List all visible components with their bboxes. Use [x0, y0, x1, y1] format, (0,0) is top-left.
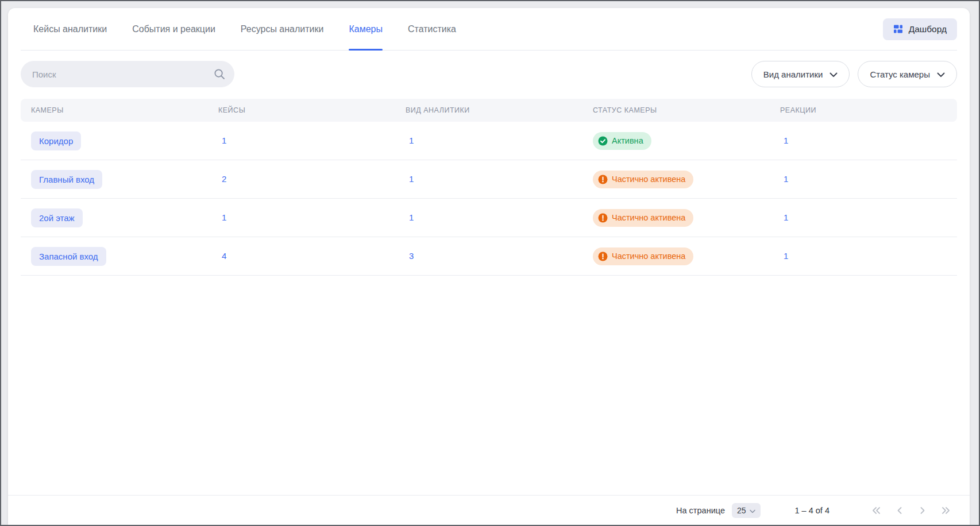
status-badge: Активна: [593, 132, 651, 150]
filters: Вид аналитики Статус камеры: [751, 61, 957, 87]
column-header-analytics-type: Вид аналитики: [395, 106, 582, 114]
status-label: Активна: [612, 136, 643, 145]
cases-count-link[interactable]: 2: [218, 174, 226, 184]
exclamation-circle-icon: [598, 252, 608, 261]
filter-label: Статус камеры: [870, 69, 930, 79]
exclamation-circle-icon: [598, 175, 608, 184]
table-body: Коридор 1 1 Активна 1 Главный вход 2 1: [21, 122, 957, 276]
next-page-button[interactable]: [916, 504, 929, 517]
prev-page-button[interactable]: [893, 504, 906, 517]
column-header-cameras: Камеры: [21, 106, 208, 114]
column-header-reactions: Реакции: [770, 106, 957, 114]
reactions-count-link[interactable]: 1: [780, 251, 788, 261]
tab-analytics-resources[interactable]: Ресурсы аналитики: [241, 8, 324, 50]
table-row: Запасной вход 4 3 Частично активена 1: [21, 237, 957, 276]
table-row: Коридор 1 1 Активна 1: [21, 122, 957, 160]
status-badge: Частично активена: [593, 209, 693, 227]
per-page-select[interactable]: 25: [732, 503, 761, 518]
analytics-count-link[interactable]: 1: [406, 136, 414, 145]
check-circle-icon: [598, 136, 608, 146]
search-box: [21, 61, 234, 87]
dashboard-button-label: Дашборд: [909, 24, 947, 34]
status-label: Частично активена: [612, 252, 685, 261]
toolbar: Вид аналитики Статус камеры: [21, 61, 957, 87]
tab-statistics[interactable]: Статистика: [408, 8, 456, 50]
chevron-down-icon: [750, 506, 755, 515]
analytics-count-link[interactable]: 3: [406, 251, 414, 261]
per-page-value: 25: [737, 506, 746, 515]
cases-count-link[interactable]: 4: [218, 251, 226, 261]
camera-chip[interactable]: Главный вход: [31, 170, 102, 189]
per-page-label: На странице: [676, 506, 725, 515]
last-page-button[interactable]: [939, 504, 952, 517]
analytics-count-link[interactable]: 1: [406, 212, 414, 222]
camera-chip[interactable]: Запасной вход: [31, 247, 106, 266]
filter-camera-status[interactable]: Статус камеры: [858, 61, 957, 87]
tab-label: Статистика: [408, 24, 456, 34]
first-page-button[interactable]: [870, 504, 883, 517]
filter-analytics-type[interactable]: Вид аналитики: [751, 61, 850, 87]
column-header-cases: Кейсы: [208, 106, 395, 114]
tab-label: Ресурсы аналитики: [241, 24, 324, 34]
content-panel: Кейсы аналитики События и реакции Ресурс…: [8, 8, 970, 525]
status-label: Частично активена: [612, 213, 685, 222]
reactions-count-link[interactable]: 1: [780, 212, 788, 222]
filter-label: Вид аналитики: [763, 69, 823, 79]
pager-controls: [870, 504, 952, 517]
exclamation-circle-icon: [598, 213, 608, 223]
chevron-down-icon: [829, 69, 838, 79]
tab-bar: Кейсы аналитики События и реакции Ресурс…: [21, 8, 456, 50]
cases-count-link[interactable]: 1: [218, 136, 226, 145]
camera-chip[interactable]: 2ой этаж: [31, 208, 83, 227]
tab-label: Камеры: [349, 24, 383, 34]
tab-cameras[interactable]: Камеры: [349, 8, 383, 50]
tab-label: Кейсы аналитики: [33, 24, 107, 34]
status-badge: Частично активена: [593, 171, 693, 188]
table-row: Главный вход 2 1 Частично активена 1: [21, 160, 957, 199]
tab-label: События и реакции: [132, 24, 215, 34]
status-label: Частично активена: [612, 175, 685, 184]
status-badge: Частично активена: [593, 247, 693, 265]
dashboard-button[interactable]: Дашборд: [883, 18, 957, 40]
analytics-count-link[interactable]: 1: [406, 174, 414, 184]
chevron-down-icon: [937, 69, 945, 79]
camera-chip[interactable]: Коридор: [31, 132, 81, 150]
tab-events-reactions[interactable]: События и реакции: [132, 8, 215, 50]
tabs-row: Кейсы аналитики События и реакции Ресурс…: [21, 8, 957, 51]
reactions-count-link[interactable]: 1: [780, 174, 788, 184]
tab-analytics-cases[interactable]: Кейсы аналитики: [33, 8, 107, 50]
pagination-bar: На странице 25 1 – 4 of 4: [8, 495, 970, 525]
search-input[interactable]: [21, 61, 234, 87]
table-header: Камеры Кейсы Вид аналитики Статус камеры…: [21, 99, 957, 122]
cases-count-link[interactable]: 1: [218, 212, 226, 222]
dashboard-grid-icon: [893, 24, 903, 34]
pagination-range: 1 – 4 of 4: [795, 506, 829, 515]
column-header-camera-status: Статус камеры: [582, 106, 770, 114]
table-row: 2ой этаж 1 1 Частично активена 1: [21, 199, 957, 237]
reactions-count-link[interactable]: 1: [780, 136, 788, 145]
